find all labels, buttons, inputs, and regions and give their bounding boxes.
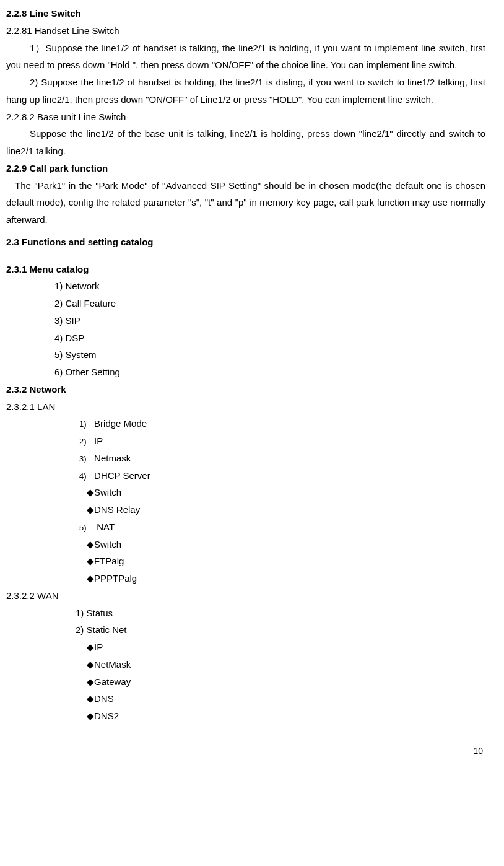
wan-static-dns2: ◆DNS2 (6, 707, 485, 725)
lan-label-nat: NAT (97, 522, 115, 532)
heading-23: 2.3 Functions and setting catalog (6, 234, 485, 251)
lan-nat-ppptpalg: ◆PPPTPalg (6, 570, 485, 587)
paragraph-229-1: The "Park1" in the "Park Mode" of "Advan… (6, 177, 485, 229)
num-4: 4) (79, 471, 87, 481)
heading-2321-lan: 2.3.2.1 LAN (6, 398, 485, 416)
lan-label-netmask: Netmask (94, 453, 131, 463)
lan-dhcp-dns-relay: ◆DNS Relay (6, 501, 485, 518)
wan-static-gateway: ◆Gateway (6, 673, 485, 691)
lan-label-ip: IP (94, 435, 103, 446)
paragraph-22882-1: Suppose the line1/2 of the base unit is … (6, 125, 485, 160)
heading-231: 2.3.1 Menu catalog (6, 261, 485, 278)
wan-item-static-net: 2) Static Net (6, 621, 485, 639)
num-2: 2) (79, 437, 87, 446)
lan-item-nat: 5) NAT (6, 518, 485, 536)
wan-static-netmask: ◆NetMask (6, 656, 485, 673)
heading-228: 2.2.8 Line Switch (6, 5, 485, 22)
heading-2322-wan: 2.3.2.2 WAN (6, 587, 485, 605)
heading-229: 2.2.9 Call park function (6, 160, 485, 177)
menu-item-network: 1) Network (6, 278, 485, 295)
menu-item-call-feature: 2) Call Feature (6, 295, 485, 312)
lan-item-ip: 2) IP (6, 432, 485, 450)
num-1: 1) (79, 419, 87, 429)
paragraph-22881-2: 2) Suppose the line1/2 of handset is hol… (6, 74, 485, 108)
menu-item-system: 5) System (6, 346, 485, 364)
lan-item-netmask: 3) Netmask (6, 450, 485, 467)
lan-label-dhcp: DHCP Server (94, 470, 150, 481)
menu-item-sip: 3) SIP (6, 312, 485, 330)
wan-static-ip: ◆IP (6, 639, 485, 656)
lan-dhcp-switch: ◆Switch (6, 484, 485, 501)
num-5: 5) (79, 523, 87, 532)
lan-label-bridge: Bridge Mode (94, 418, 147, 429)
paragraph-22881-1: 1）Suppose the line1/2 of handset is talk… (6, 40, 485, 74)
num-3: 3) (79, 454, 87, 463)
heading-22882: 2.2.8.2 Base unit Line Switch (6, 108, 485, 126)
heading-22881: 2.2.81 Handset Line Switch (6, 22, 485, 40)
lan-item-bridge-mode: 1) Bridge Mode (6, 415, 485, 432)
page-number: 10 (6, 743, 485, 759)
wan-static-dns: ◆DNS (6, 690, 485, 707)
menu-item-other-setting: 6) Other Setting (6, 364, 485, 381)
menu-item-dsp: 4) DSP (6, 330, 485, 347)
lan-nat-ftpalg: ◆FTPalg (6, 553, 485, 570)
lan-item-dhcp-server: 4) DHCP Server (6, 467, 485, 484)
wan-item-status: 1) Status (6, 605, 485, 622)
lan-nat-switch: ◆Switch (6, 536, 485, 553)
heading-232: 2.3.2 Network (6, 381, 485, 398)
